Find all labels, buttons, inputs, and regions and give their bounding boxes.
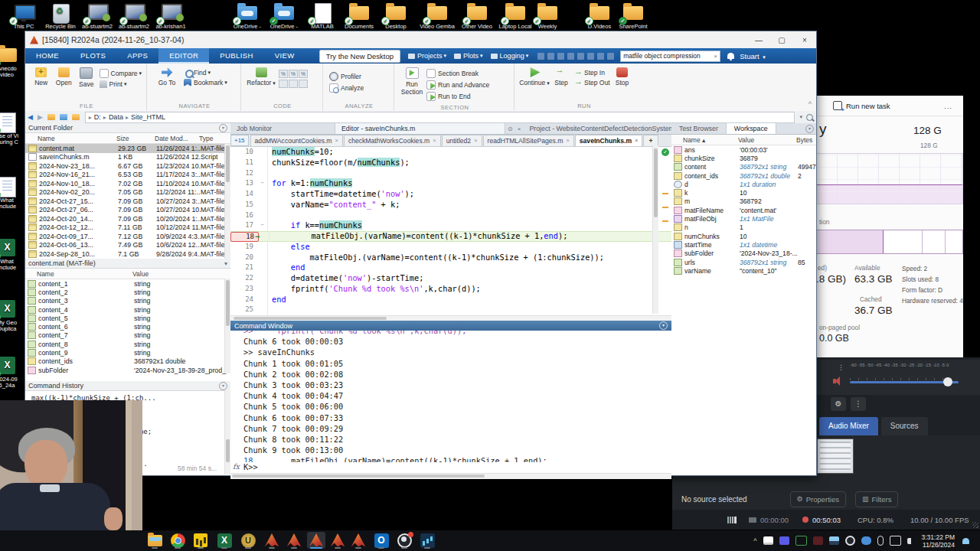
line-number[interactable]: 14: [230, 189, 257, 200]
file-row[interactable]: 2024-Nov-02_20...7.05 GB11/2/2024 11:...…: [25, 188, 230, 197]
desktop-icon[interactable]: ✓MATLAB: [305, 2, 340, 30]
matfile-variable-row[interactable]: content_9string: [25, 348, 230, 357]
close-tab-icon[interactable]: ×: [433, 135, 436, 146]
onedrive-cloud-icon[interactable]: [861, 536, 871, 545]
tab-home[interactable]: HOME: [25, 48, 70, 64]
smart-indent-icon[interactable]: [279, 80, 288, 88]
line-number[interactable]: 15: [230, 200, 257, 210]
back-icon[interactable]: ◀: [28, 113, 33, 121]
continue-button[interactable]: Continue▾: [519, 67, 550, 86]
microphone-icon[interactable]: [877, 536, 884, 546]
code-line[interactable]: 10numChunks=10;: [230, 147, 671, 158]
tray-obs-icon[interactable]: [845, 536, 855, 546]
debug-prompt[interactable]: K>>: [243, 462, 258, 471]
stop-button[interactable]: Stop: [612, 67, 633, 86]
tab-publish[interactable]: PUBLISH: [209, 48, 263, 64]
comment-icon[interactable]: %: [279, 70, 288, 78]
scrollbar-thumb[interactable]: [226, 439, 230, 462]
desktop-icon[interactable]: ✓D.Videos: [582, 2, 617, 30]
step-button[interactable]: Step: [550, 67, 573, 86]
search-input[interactable]: [621, 52, 711, 60]
code-line[interactable]: 25: [230, 305, 671, 315]
breadcrumb[interactable]: ▸ D: ▸ Data ▸ Site_HTML: [85, 112, 795, 123]
file-tab[interactable]: addMWAccountCookies.m×: [250, 135, 343, 146]
file-row[interactable]: 2024-Nov-16_21...6.53 GB11/17/2024 3:...…: [25, 171, 230, 180]
panel-menu-icon[interactable]: ▾: [659, 321, 668, 330]
desktop-icon[interactable]: X✓My Geo Duplica: [0, 298, 24, 332]
file-row[interactable]: 2024-Oct-09_17...7.12 GB10/9/2024 4:3...…: [25, 232, 230, 241]
tab-editor[interactable]: EDITOR: [158, 48, 209, 64]
taskbar-matlab-icon[interactable]: [328, 532, 347, 549]
file-tab[interactable]: checkMathWorksCookies.m×: [344, 135, 441, 146]
search-icon[interactable]: [806, 114, 813, 121]
desktop-icon[interactable]: ✓Anecdo video: [0, 44, 24, 78]
column-value[interactable]: Value: [738, 136, 796, 144]
column-bytes[interactable]: Bytes: [796, 136, 816, 144]
desktop-icon[interactable]: ✓Other Video: [459, 2, 495, 30]
file-row[interactable]: 2024-Oct-27_06...7.09 GB10/27/2024 10...…: [25, 206, 230, 215]
open-button[interactable]: Open: [53, 67, 76, 86]
tray-purple-icon[interactable]: [779, 536, 789, 545]
new-tab-button[interactable]: +: [643, 135, 658, 146]
close-tab-icon[interactable]: ×: [635, 135, 638, 146]
workspace-variable-row[interactable]: m368792: [671, 197, 816, 206]
tab-overflow-badge[interactable]: +15: [230, 135, 249, 146]
minimize-button[interactable]: —: [747, 32, 770, 48]
workspace-variable-row[interactable]: startTime1x1 datetime: [671, 240, 816, 249]
code-line[interactable]: 18→ matFileObj.(varName)=content((k-1)*c…: [230, 231, 671, 242]
current-folder-header[interactable]: Current Folder ▾: [25, 123, 230, 133]
wrap-comments-icon[interactable]: %: [299, 70, 308, 78]
undo-icon[interactable]: [577, 53, 584, 60]
volume-slider-track[interactable]: [850, 381, 959, 383]
source-thumbnail[interactable]: [817, 439, 854, 474]
clear-search-icon[interactable]: ×: [711, 53, 720, 60]
close-tab-icon[interactable]: ×: [335, 135, 338, 146]
error-line-link[interactable]: 18: [243, 456, 253, 462]
save-button[interactable]: Save: [75, 67, 98, 88]
speaker-icon[interactable]: [907, 538, 914, 544]
desktop-icon[interactable]: ✓Video Gemba: [420, 2, 455, 30]
code-line[interactable]: 19 else: [230, 242, 671, 253]
column-value[interactable]: Value: [132, 270, 230, 278]
code-line[interactable]: 13−for k=1:numChunks: [230, 178, 671, 189]
tray-green-square-icon[interactable]: [795, 536, 807, 546]
workspace-variable-row[interactable]: urls368792x1 string85: [671, 258, 816, 266]
code-line[interactable]: 14 startTime=datetime('now');: [230, 189, 671, 200]
code-line[interactable]: 22 d=datetime('now')-startTime;: [230, 273, 671, 284]
editor-scrollbar[interactable]: [652, 145, 658, 314]
file-row[interactable]: 2024-Nov-10_18...7.02 GB11/10/2024 10...…: [25, 179, 230, 188]
breadcrumb-drive[interactable]: D:: [94, 113, 101, 121]
taskbar-ue-icon[interactable]: U: [239, 532, 257, 549]
tray-graph-icon[interactable]: [763, 536, 773, 545]
workspace-variable-row[interactable]: matFileName'content.mat': [671, 206, 816, 214]
column-name[interactable]: Name: [37, 270, 132, 278]
chevron-down-icon[interactable]: ▾: [799, 114, 802, 120]
code-line[interactable]: 16: [230, 210, 671, 221]
workspace-variable-row[interactable]: varName"content_10": [671, 266, 816, 275]
desktop-icon[interactable]: ✓ab-stuartm2: [116, 2, 152, 30]
resize-grip[interactable]: [972, 522, 978, 528]
file-row[interactable]: 2024-Nov-23_18...6.67 GB11/23/2024 10...…: [25, 161, 230, 171]
projects-menu[interactable]: Projects▾: [408, 52, 446, 60]
highlight-marker[interactable]: [662, 207, 668, 208]
display-icon[interactable]: [890, 536, 901, 546]
user-account-menu[interactable]: Stuart ▾: [740, 52, 766, 60]
desktop-icon[interactable]: ✓What Include: [0, 175, 24, 210]
line-number[interactable]: 13: [230, 178, 257, 189]
breadcrumb-site-html[interactable]: Site_HTML: [131, 113, 165, 121]
highlight-marker[interactable]: [662, 220, 668, 222]
tab-audio-mixer[interactable]: Audio Mixer: [819, 417, 878, 435]
command-window-header[interactable]: Command Window ▾: [230, 321, 671, 331]
step-out-button[interactable]: Step Out: [574, 79, 610, 86]
clock[interactable]: 3:31:22 PM 11/26/2024: [922, 533, 955, 549]
desktop-icon[interactable]: ✓Documents: [341, 2, 377, 30]
matfile-scrollbar[interactable]: [224, 279, 230, 373]
column-type[interactable]: Type: [199, 135, 230, 142]
indent-left-icon[interactable]: [299, 80, 308, 88]
workspace-variable-row[interactable]: n1: [671, 223, 816, 232]
folder-up-icon[interactable]: [47, 114, 55, 120]
run-new-task-button[interactable]: Run new task: [833, 101, 890, 110]
close-button[interactable]: ×: [793, 32, 816, 48]
find-button[interactable]: Find▾: [184, 69, 227, 77]
taskbar-chrome-icon[interactable]: [168, 532, 187, 549]
